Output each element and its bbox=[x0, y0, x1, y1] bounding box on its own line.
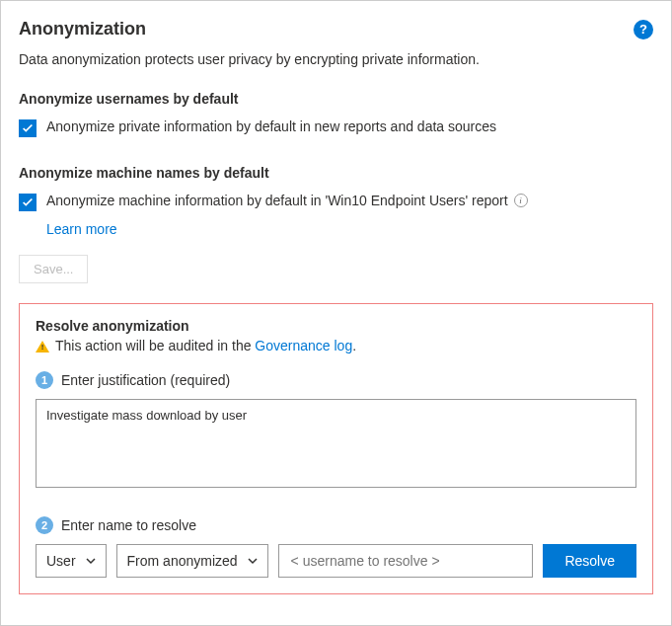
resolve-button[interactable]: Resolve bbox=[543, 544, 636, 578]
info-icon[interactable]: i bbox=[514, 194, 528, 207]
audit-text-prefix: This action will be audited in the bbox=[55, 338, 255, 353]
checkbox-label-usernames: Anonymize private information by default… bbox=[46, 118, 496, 134]
step2-label: Enter name to resolve bbox=[61, 517, 196, 533]
step-number-1: 1 bbox=[36, 371, 53, 389]
chevron-down-icon bbox=[248, 556, 258, 566]
warning-icon bbox=[36, 341, 49, 352]
step-number-2: 2 bbox=[36, 516, 53, 534]
learn-more-link[interactable]: Learn more bbox=[46, 221, 117, 237]
page-description: Data anonymization protects user privacy… bbox=[19, 51, 653, 67]
from-dropdown-value: From anonymized bbox=[127, 553, 238, 569]
checkbox-anonymize-machines[interactable] bbox=[19, 194, 37, 211]
type-dropdown[interactable]: User bbox=[36, 544, 107, 578]
section-heading-machines: Anonymize machine names by default bbox=[19, 165, 653, 181]
resolve-panel: Resolve anonymization This action will b… bbox=[19, 303, 653, 594]
chevron-down-icon bbox=[86, 556, 96, 566]
governance-log-link[interactable]: Governance log bbox=[255, 338, 352, 353]
justification-input[interactable] bbox=[36, 399, 636, 488]
step1-label: Enter justification (required) bbox=[61, 372, 230, 388]
checkbox-anonymize-usernames[interactable] bbox=[19, 119, 37, 137]
from-dropdown[interactable]: From anonymized bbox=[116, 544, 268, 578]
audit-text-suffix: . bbox=[352, 338, 356, 353]
save-button[interactable]: Save... bbox=[19, 255, 88, 283]
type-dropdown-value: User bbox=[46, 553, 76, 569]
section-heading-usernames: Anonymize usernames by default bbox=[19, 91, 653, 107]
username-input[interactable] bbox=[278, 544, 534, 578]
page-title: Anonymization bbox=[19, 19, 146, 39]
help-icon[interactable]: ? bbox=[634, 20, 653, 39]
resolve-title: Resolve anonymization bbox=[36, 318, 636, 334]
checkbox-label-machines: Anonymize machine information by default… bbox=[46, 193, 508, 208]
